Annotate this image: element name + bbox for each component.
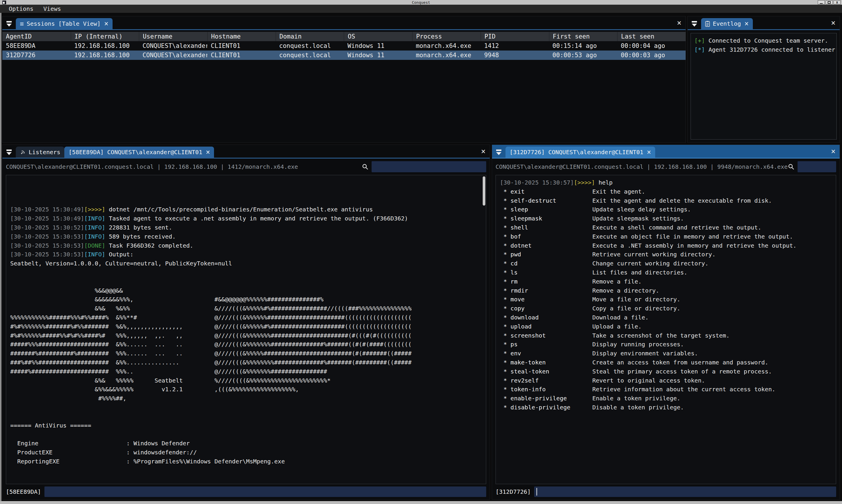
command-name: * pwd [500, 250, 592, 259]
command-name: * rmdir [500, 286, 592, 295]
panel-close-button[interactable]: × [477, 147, 490, 156]
cell: 00:15:14 ago [549, 41, 617, 51]
help-row-cd: * cdChange current working directory. [500, 259, 836, 268]
panel-close-button[interactable]: × [827, 147, 840, 156]
cell: conquest.local [276, 51, 344, 60]
tab-sessions-table-view[interactable]: ≡ Sessions [Table View] × [16, 18, 113, 29]
help-row-self-destruct: * self-destructExit the agent and delete… [500, 196, 836, 205]
terminal-line: ReportingEXE : %ProgramFiles%\Windows De… [10, 457, 486, 466]
cell: 312D7726 [2, 51, 71, 60]
search-input[interactable] [797, 161, 836, 172]
command-name: * bof [500, 232, 592, 241]
panel-collapse-button[interactable] [688, 18, 701, 29]
eventlog-tabbar: Eventlog × × [688, 16, 840, 29]
session-row-312D7726[interactable]: 312D7726192.168.168.100CONQUEST\alexande… [2, 51, 686, 60]
left-prompt-row: [58EE89DA] [2, 484, 490, 499]
terminal-blank-line [10, 277, 486, 286]
command-description: Download a file. [592, 313, 649, 322]
maximize-button[interactable] [826, 0, 832, 4]
terminal-blank-line [10, 412, 486, 421]
help-row-pwd: * pwdRetrieve current working directory. [500, 250, 836, 259]
tab-label: [312D7726] CONQUEST\alexander@CLIENT01 [510, 149, 643, 156]
column-header-username[interactable]: Username [139, 32, 207, 41]
help-row-move: * moveMove a file or directory. [500, 295, 836, 304]
agent-meta-text: CONQUEST\alexander@CLIENT01.conquest.loc… [496, 163, 788, 170]
terminal-blank-line [10, 430, 486, 439]
panel-close-button[interactable]: × [827, 18, 840, 27]
command-description: Create an access token from username and… [592, 358, 768, 367]
tab-label: Sessions [Table View] [27, 20, 101, 27]
column-header-agentid[interactable]: AgentID [2, 32, 71, 41]
command-name: * make-token [500, 358, 592, 367]
help-row-upload: * uploadUpload a file. [500, 322, 836, 331]
accent-divider [2, 29, 686, 30]
command-input[interactable] [45, 486, 486, 497]
close-icon[interactable]: × [744, 20, 749, 28]
column-header-first-seen[interactable]: First seen [549, 32, 617, 41]
cell: monarch.x64.exe [412, 51, 481, 60]
command-name: * disable-privilege [500, 403, 592, 412]
command-input[interactable] [534, 486, 836, 497]
session-row-58EE89DA[interactable]: 58EE89DA192.168.168.100CONQUEST\alexande… [2, 41, 686, 51]
column-header-os[interactable]: OS [344, 32, 412, 41]
cell: 00:00:03 ago [617, 51, 686, 60]
cell: Windows 11 [344, 41, 412, 51]
terminal-blank-line [10, 466, 486, 475]
column-header-process[interactable]: Process [412, 32, 481, 41]
help-row-download: * downloadDownload a file. [500, 313, 836, 322]
menu-item-options[interactable]: Options [9, 5, 33, 12]
column-header-last-seen[interactable]: Last seen [617, 32, 686, 41]
search-input[interactable] [372, 161, 486, 172]
column-header-pid[interactable]: PID [481, 32, 549, 41]
command-name: * rev2self [500, 376, 592, 385]
close-icon[interactable]: × [104, 20, 108, 28]
sessions-panel: ≡ Sessions [Table View] × × AgentIDIP (I… [2, 16, 686, 143]
panel-collapse-button[interactable] [492, 147, 505, 158]
cell: 00:00:04 ago [617, 41, 686, 51]
close-icon[interactable]: × [206, 148, 210, 156]
terminal-line: [30-10-2025 15:30:53][DONE] Task F366D36… [10, 241, 486, 250]
cell: 58EE89DA [2, 41, 71, 51]
column-header-hostname[interactable]: Hostname [207, 32, 276, 41]
close-icon[interactable]: × [647, 148, 651, 156]
minimize-button[interactable] [818, 0, 825, 4]
command-name: * ps [500, 340, 592, 349]
command-name: * screenshot [500, 331, 592, 340]
terminal-line: ProductEXE : windowsdefender:// [10, 448, 486, 457]
command-name: * rm [500, 277, 592, 286]
window-controls: x [818, 0, 842, 4]
terminal-blank-line [10, 475, 486, 484]
chevron-down-icon [496, 152, 501, 155]
help-row-disable-privilege: * disable-privilegeDisable a token privi… [500, 403, 836, 412]
command-name: * upload [500, 322, 592, 331]
cell: Windows 11 [344, 51, 412, 60]
tab-label: Listeners [29, 149, 60, 156]
cell: CLIENT01 [207, 41, 276, 51]
cell: CLIENT01 [207, 51, 276, 60]
tab-agent-312D7726[interactable]: [312D7726] CONQUEST\alexander@CLIENT01 × [505, 147, 655, 158]
agent-meta-text: CONQUEST\alexander@CLIENT01.conquest.loc… [6, 163, 298, 170]
column-header-ip-internal[interactable]: IP (Internal) [71, 32, 139, 41]
tab-eventlog[interactable]: Eventlog × [701, 18, 753, 29]
close-button[interactable]: x [834, 0, 841, 4]
collapse-bar-icon [6, 149, 12, 151]
column-header-domain[interactable]: Domain [276, 32, 344, 41]
panel-collapse-button[interactable] [2, 18, 16, 29]
terminal-line: Seatbelt, Version=1.0.0.0, Culture=neutr… [10, 259, 486, 268]
command-description: Execute a .NET assembly in memory and re… [592, 241, 796, 250]
tab-agent-58EE89DA[interactable]: [58EE89DA] CONQUEST\alexander@CLIENT01 × [64, 147, 214, 158]
scrollbar-thumb[interactable] [483, 176, 485, 205]
terminal-line: [30-10-2025 15:30:49][INFO] Tasked agent… [10, 214, 486, 223]
panel-close-button[interactable]: × [673, 18, 686, 27]
menu-item-views[interactable]: Views [43, 5, 61, 12]
seatbelt-ascii-banner: %&&@@@&& &&&&&&&%%%, #&&@@@@@@%%%%%%####… [10, 286, 486, 403]
terminal-line: [30-10-2025 15:30:53][INFO] Output: [10, 250, 486, 259]
list-icon: ≡ [20, 20, 24, 28]
help-row-screenshot: * screenshotTake a screenshot of the tar… [500, 331, 836, 340]
agent-meta-row: CONQUEST\alexander@CLIENT01.conquest.loc… [2, 159, 490, 175]
command-name: * sleep [500, 205, 592, 214]
help-row-steal-token: * steal-tokenSteal the primary access to… [500, 367, 836, 376]
window-edge-left [0, 13, 1, 501]
tab-listeners[interactable]: Listeners [16, 147, 64, 158]
panel-collapse-button[interactable] [2, 147, 16, 158]
